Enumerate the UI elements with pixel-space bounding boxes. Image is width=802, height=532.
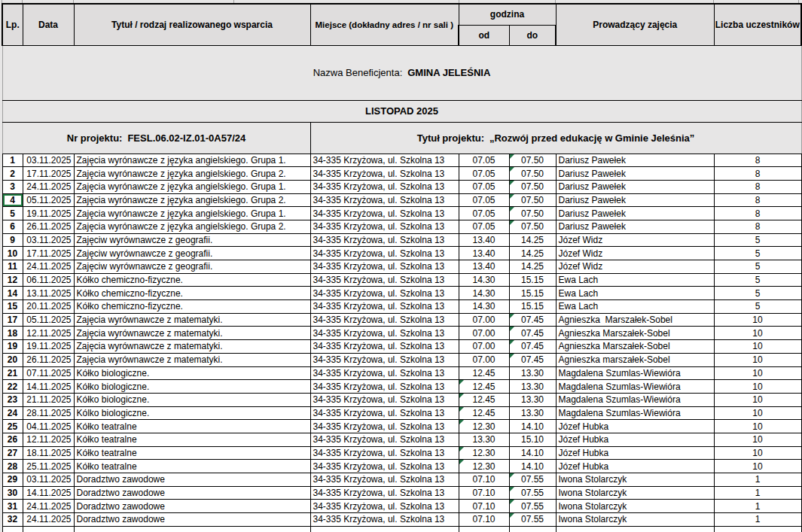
cell-lp[interactable]: 9 bbox=[2, 233, 23, 247]
cell-time-to[interactable]: 15.10 bbox=[509, 433, 556, 446]
cell-count[interactable]: 1 bbox=[714, 513, 801, 527]
cell-lp[interactable]: 32 bbox=[2, 513, 23, 527]
cell-date[interactable]: 04.11.2025 bbox=[23, 420, 74, 433]
cell-title[interactable]: Zajęcia wyrónawcze z języka angielskiego… bbox=[74, 154, 310, 167]
cell-title[interactable]: Zajęcia wyrównawcze z matematyki. bbox=[74, 327, 310, 340]
cell-place[interactable]: 34-335 Krzyżowa, ul. Szkolna 13 bbox=[310, 154, 459, 167]
cell-date[interactable]: 14.11.2025 bbox=[23, 486, 74, 500]
cell-place[interactable]: 34-335 Krzyżowa, ul. Szkolna 13 bbox=[310, 340, 459, 354]
cell-leader[interactable]: Józef Widz bbox=[556, 233, 714, 247]
cell-title[interactable]: Zajęcia wyrónawcze z języka angielskiego… bbox=[74, 207, 310, 220]
cell-lp[interactable]: 1 bbox=[2, 154, 23, 167]
cell-leader[interactable] bbox=[556, 526, 714, 532]
cell-leader[interactable]: Józef Widz bbox=[556, 260, 714, 274]
cell-count[interactable]: 8 bbox=[714, 207, 801, 220]
cell-count[interactable]: 5 bbox=[714, 287, 801, 300]
cell-time-from[interactable]: 07.10 bbox=[459, 513, 509, 527]
cell-date[interactable]: 14.11.2025 bbox=[23, 380, 74, 394]
cell-date[interactable]: 12.11.2025 bbox=[23, 327, 74, 340]
cell-date[interactable]: 20.11.2025 bbox=[23, 300, 74, 314]
cell-time-to[interactable]: 07.50 bbox=[509, 180, 556, 193]
cell-count[interactable]: 10 bbox=[714, 433, 801, 446]
cell-place[interactable]: 34-335 Krzyżowa, ul. Szkolna 13 bbox=[310, 433, 459, 446]
cell-place[interactable]: 34-335 Krzyżowa, ul. Szkolna 13 bbox=[310, 406, 459, 420]
cell-place[interactable]: 34-335 Krzyżowa, ul. Szkolna 13 bbox=[310, 167, 459, 181]
cell-title[interactable]: Doradztwo zawodowe bbox=[74, 513, 310, 527]
cell-place[interactable]: 34-335 Krzyżowa, ul. Szkolna 13 bbox=[310, 513, 459, 527]
cell-title[interactable]: Kółko teatralne bbox=[74, 460, 310, 473]
cell-count[interactable]: 1 bbox=[714, 500, 801, 513]
cell-leader[interactable]: Agnieszka marszałek-Sobel bbox=[556, 353, 714, 366]
cell-leader[interactable]: Dariusz Pawełek bbox=[556, 207, 714, 220]
cell-leader[interactable]: Dariusz Pawełek bbox=[556, 167, 714, 181]
cell-leader[interactable]: Dariusz Pawełek bbox=[556, 193, 714, 207]
cell-leader[interactable]: Iwona Stolarczyk bbox=[556, 500, 714, 513]
cell-count[interactable]: 10 bbox=[714, 460, 801, 473]
cell-title[interactable]: Kółko teatralne bbox=[74, 420, 310, 433]
cell-count[interactable]: 10 bbox=[714, 366, 801, 380]
cell-title[interactable]: Kółko teatralne bbox=[74, 446, 310, 460]
cell-lp[interactable]: 22 bbox=[2, 380, 23, 394]
cell-place[interactable]: 34-335 Krzyżowa, ul. Szkolna 13 bbox=[310, 380, 459, 394]
cell-count[interactable]: 10 bbox=[714, 406, 801, 420]
cell-count[interactable]: 10 bbox=[714, 446, 801, 460]
cell-date[interactable]: 05.11.2025 bbox=[23, 193, 74, 207]
cell-lp[interactable]: 11 bbox=[2, 260, 23, 274]
cell-time-to[interactable]: 07.55 bbox=[509, 500, 556, 513]
cell-place[interactable]: 34-335 Krzyżowa, ul. Szkolna 13 bbox=[310, 193, 459, 207]
cell-time-to[interactable]: 14.10 bbox=[509, 446, 556, 460]
cell-lp[interactable]: 3 bbox=[2, 180, 23, 193]
cell-date[interactable]: 12.11.2025 bbox=[23, 433, 74, 446]
cell-count[interactable]: 10 bbox=[714, 313, 801, 327]
col-header-leader[interactable]: Prowadzący zajęcia bbox=[556, 4, 714, 45]
cell-count[interactable]: 5 bbox=[714, 260, 801, 274]
cell-date[interactable]: 07.11.2025 bbox=[23, 366, 74, 380]
cell-leader[interactable]: Józef Hubka bbox=[556, 420, 714, 433]
cell-time-from[interactable]: 07.05 bbox=[459, 207, 509, 220]
cell-date[interactable]: 24.11.2025 bbox=[23, 180, 74, 193]
cell-place[interactable]: 34-335 Krzyżowa, ul. Szkolna 13 bbox=[310, 287, 459, 300]
cell-time-from[interactable]: 13.40 bbox=[459, 247, 509, 260]
cell-lp[interactable]: 26 bbox=[2, 433, 23, 446]
cell-time-to[interactable]: 13.30 bbox=[509, 406, 556, 420]
cell-place[interactable]: 34-335 Krzyżowa, ul. Szkolna 13 bbox=[310, 500, 459, 513]
cell-leader[interactable]: Józef Hubka bbox=[556, 433, 714, 446]
cell-leader[interactable]: Dariusz Pawełek bbox=[556, 154, 714, 167]
cell-lp[interactable]: 2 bbox=[2, 167, 23, 181]
cell-lp[interactable]: 27 bbox=[2, 446, 23, 460]
cell-title[interactable]: Zajęcia wyrównawcze z matematyki. bbox=[74, 313, 310, 327]
cell-title[interactable]: Doradztwo zawodowe bbox=[74, 486, 310, 500]
cell-time-to[interactable]: 07.45 bbox=[509, 353, 556, 366]
cell-place[interactable]: 34-335 Krzyżowa, ul. Szkolna 13 bbox=[310, 353, 459, 366]
cell-time-to[interactable]: 15.15 bbox=[509, 273, 556, 287]
cell-time-from[interactable]: 07.10 bbox=[459, 500, 509, 513]
cell-title[interactable]: Doradztwo zawodowe bbox=[74, 500, 310, 513]
cell-count[interactable]: 8 bbox=[714, 154, 801, 167]
cell-time-to[interactable]: 07.50 bbox=[509, 167, 556, 181]
cell-count[interactable]: 8 bbox=[714, 180, 801, 193]
project-title-cell[interactable]: Tytuł projektu:„Rozwój przed edukację w … bbox=[310, 122, 801, 154]
cell-time-from[interactable]: 07.10 bbox=[459, 486, 509, 500]
cell-time-from[interactable]: 07.05 bbox=[459, 180, 509, 193]
cell-place[interactable]: 34-335 Krzyżowa, ul. Szkolna 13 bbox=[310, 473, 459, 487]
cell-lp[interactable]: 18 bbox=[2, 327, 23, 340]
col-header-date[interactable]: Data bbox=[23, 4, 74, 45]
cell-time-to[interactable]: 07.55 bbox=[509, 473, 556, 487]
cell-lp[interactable] bbox=[2, 526, 23, 532]
cell-time-to[interactable]: 14.10 bbox=[509, 420, 556, 433]
cell-date[interactable]: 03.11.2025 bbox=[23, 154, 74, 167]
cell-title[interactable]: Kółko biologiczne. bbox=[74, 393, 310, 406]
cell-date[interactable]: 24.11.2025 bbox=[23, 513, 74, 527]
cell-title[interactable] bbox=[74, 526, 310, 532]
cell-time-to[interactable]: 07.55 bbox=[509, 513, 556, 527]
cell-place[interactable]: 34-335 Krzyżowa, ul. Szkolna 13 bbox=[310, 207, 459, 220]
cell-time-to[interactable]: 15.15 bbox=[509, 300, 556, 314]
cell-time-from[interactable]: 14.30 bbox=[459, 300, 509, 314]
cell-leader[interactable]: Ewa Lach bbox=[556, 300, 714, 314]
cell-lp[interactable]: 28 bbox=[2, 460, 23, 473]
cell-count[interactable]: 8 bbox=[714, 167, 801, 181]
cell-date[interactable]: 17.11.2025 bbox=[23, 247, 74, 260]
cell-time-to[interactable] bbox=[509, 526, 556, 532]
cell-time-to[interactable]: 14.25 bbox=[509, 260, 556, 274]
cell-date[interactable]: 17.11.2025 bbox=[23, 167, 74, 181]
